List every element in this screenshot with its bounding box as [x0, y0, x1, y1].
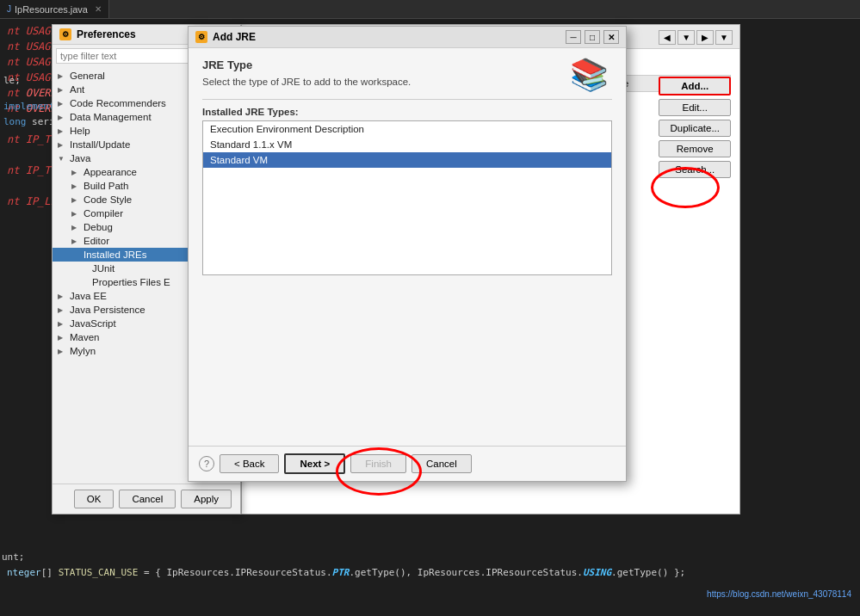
tree-label: Mylyn [70, 346, 96, 356]
tree-label: Help [70, 126, 90, 136]
preferences-icon: ⚙ [59, 28, 71, 40]
tab-bar: J IpResources.java ✕ [0, 0, 860, 19]
finish-button[interactable]: Finish [350, 454, 406, 473]
dialog-window-controls: ─ □ ✕ [566, 30, 619, 44]
java-file-icon: J [7, 4, 11, 14]
maximize-button[interactable]: □ [585, 30, 600, 44]
minimize-button[interactable]: ─ [566, 30, 581, 44]
tree-label: Appearance [84, 167, 137, 177]
tree-label: Code Style [84, 194, 132, 205]
tree-label: Data Management [70, 112, 152, 122]
tree-label: Install/Update [70, 139, 130, 150]
pref-back-nav[interactable]: ◀ [659, 30, 676, 45]
url-label: https://blog.csdn.net/weixn_43078114 [707, 589, 851, 599]
pref-ok-button[interactable]: OK [74, 490, 114, 508]
edit-jre-button[interactable]: Edit... [659, 99, 731, 116]
tree-label: Installed JREs [84, 249, 147, 260]
pref-forward-nav[interactable]: ▶ [696, 30, 714, 45]
tree-label: Java [70, 153, 90, 163]
search-jre-button[interactable]: Search... [659, 161, 731, 178]
jre-book-icon: 📚 [570, 57, 609, 93]
arrow-icon: ▶ [58, 127, 66, 135]
preferences-title: Preferences [77, 28, 136, 40]
arrow-icon: ▶ [58, 100, 66, 108]
tree-label: Debug [84, 222, 113, 232]
arrow-icon: ▼ [58, 155, 66, 163]
jre-type-standard-vm[interactable]: Standard VM [203, 152, 611, 168]
arrow-icon: ▶ [58, 348, 66, 355]
arrow-icon: ▶ [58, 306, 66, 314]
arrow-icon: ▶ [71, 210, 80, 218]
jre-type-desc: Select the type of JRE to add to the wor… [202, 77, 612, 87]
next-button[interactable]: Next > [284, 453, 345, 474]
right-button-group: Add... Edit... Duplicate... Remove Searc… [659, 77, 731, 178]
jre-type-standard-1x[interactable]: Standard 1.1.x VM [203, 137, 611, 152]
add-jre-titlebar: ⚙ Add JRE ─ □ ✕ [189, 27, 626, 48]
le-line: le; [0, 73, 24, 88]
arrow-icon: ▶ [58, 334, 66, 342]
arrow-icon: ▶ [58, 293, 66, 300]
pref-nav-buttons: ◀ ▼ ▶ ▼ [659, 30, 733, 45]
jre-types-list[interactable]: Execution Environment Description Standa… [202, 120, 612, 275]
tree-label: General [70, 71, 105, 81]
tree-label: Java EE [70, 291, 107, 301]
close-button[interactable]: ✕ [603, 30, 619, 44]
add-jre-title: Add JRE [213, 31, 256, 43]
add-jre-icon: ⚙ [195, 31, 207, 43]
help-button[interactable]: ? [199, 456, 214, 471]
tree-label: Maven [70, 332, 100, 342]
tree-label: JavaScript [70, 318, 116, 329]
divider [202, 99, 612, 100]
add-jre-footer: ? < Back Next > Finish Cancel [189, 446, 626, 481]
tab-close-icon[interactable]: ✕ [95, 4, 102, 14]
arrow-icon: ▶ [71, 196, 80, 204]
tree-label: JUnit [92, 263, 114, 274]
tree-label: Build Path [84, 181, 128, 191]
back-button[interactable]: < Back [220, 454, 279, 473]
tree-label: Compiler [84, 208, 123, 219]
installed-jre-types-label: Installed JRE Types: [202, 107, 612, 117]
jre-type-execution-env[interactable]: Execution Environment Description [203, 121, 611, 137]
tree-label: Ant [70, 84, 84, 95]
arrow-icon: ▶ [58, 320, 66, 328]
arrow-icon: ▶ [58, 141, 66, 149]
preferences-bottom-buttons: OK Cancel Apply [53, 484, 240, 514]
duplicate-jre-button[interactable]: Duplicate... [659, 120, 731, 137]
tab-ipresources[interactable]: J IpResources.java ✕ [0, 0, 109, 18]
arrow-icon: ▶ [71, 169, 80, 176]
unt-label: unt; [2, 551, 25, 563]
tree-label: Properties Files E [92, 277, 170, 287]
pref-dropdown-forward-nav[interactable]: ▼ [715, 30, 733, 45]
arrow-icon: ▶ [71, 224, 80, 231]
pref-apply-button[interactable]: Apply [181, 490, 232, 508]
add-jre-button[interactable]: Add... [659, 77, 731, 95]
long-seri-line: long seri [0, 114, 59, 129]
tab-label: IpResources.java [15, 4, 88, 15]
cancel-button[interactable]: Cancel [411, 454, 472, 473]
pref-dropdown-nav[interactable]: ▼ [677, 30, 695, 45]
arrow-icon: ▶ [58, 86, 66, 94]
arrow-icon: ▶ [71, 237, 80, 245]
arrow-icon: ▶ [58, 114, 66, 121]
tree-label: Code Recommenders [70, 98, 166, 108]
arrow-icon: ▶ [58, 72, 66, 80]
add-jre-body: JRE Type Select the type of JRE to add t… [189, 48, 626, 286]
jre-type-title: JRE Type [202, 59, 612, 71]
remove-jre-button[interactable]: Remove [659, 140, 731, 157]
pref-cancel-button[interactable]: Cancel [119, 490, 176, 508]
tree-label: Editor [84, 236, 109, 246]
bottom-code-line: nteger[] STATUS_CAN_USE = { IpResources.… [0, 565, 860, 580]
tree-label: Java Persistence [70, 305, 145, 315]
arrow-icon: ▶ [71, 182, 80, 190]
add-jre-dialog: ⚙ Add JRE ─ □ ✕ 📚 JRE Type Select the ty… [188, 26, 627, 482]
